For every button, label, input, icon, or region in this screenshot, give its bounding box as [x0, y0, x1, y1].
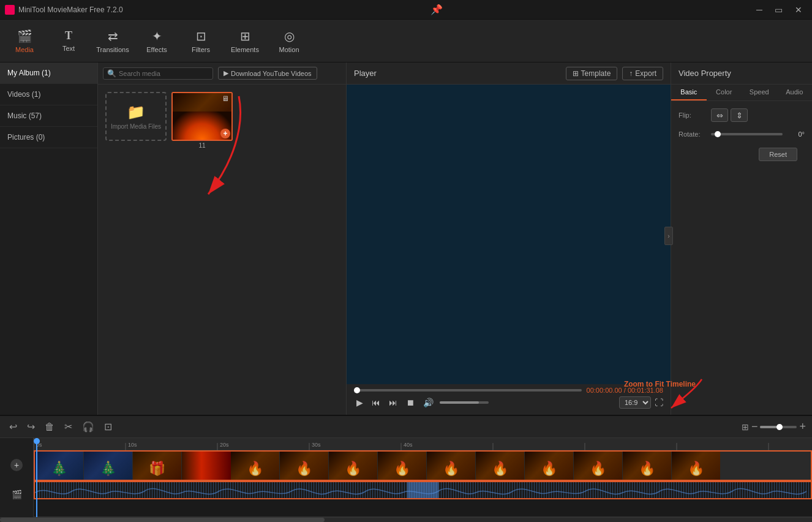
- stop-button[interactable]: ⏹: [404, 396, 417, 409]
- svg-text:40s: 40s: [404, 442, 413, 448]
- zoom-out-button[interactable]: −: [751, 420, 758, 433]
- clip-fire-7[interactable]: 🔥: [525, 452, 574, 481]
- properties-panel: Video Property Basic Color Speed Audio F…: [671, 62, 812, 415]
- clip-fire-10[interactable]: 🔥: [672, 452, 721, 481]
- reset-button[interactable]: Reset: [759, 148, 797, 161]
- clip-transition[interactable]: ⭐: [182, 452, 231, 481]
- cut-button[interactable]: ✂: [61, 420, 75, 434]
- close-button[interactable]: ✕: [790, 4, 807, 16]
- media-thumbnail[interactable]: 🖥 + 11: [171, 92, 233, 149]
- timeline-scroll-thumb[interactable]: [0, 518, 325, 522]
- fire-icon-9: 🔥: [639, 461, 655, 477]
- audio-detach-button[interactable]: 🎧: [79, 420, 97, 434]
- export-button[interactable]: ↑ Export: [622, 67, 663, 80]
- timeline-scrollbar[interactable]: [0, 517, 812, 522]
- collapse-panel-button[interactable]: ›: [664, 227, 673, 245]
- toolbar: 🎬 Media T Text ⇄ Transitions ✦ Effects ⊡…: [0, 20, 812, 62]
- tab-speed[interactable]: Speed: [742, 85, 777, 100]
- toolbar-item-elements[interactable]: ⊞ Elements: [223, 21, 267, 61]
- flip-row: Flip: ⇔ ⇕: [679, 108, 805, 122]
- rotate-value: 0°: [788, 130, 805, 138]
- tab-color[interactable]: Color: [707, 85, 742, 100]
- clip-fire-5[interactable]: 🔥: [427, 452, 476, 481]
- fullscreen-button[interactable]: ⛶: [655, 398, 663, 407]
- clip-fire-2[interactable]: 🔥: [280, 452, 329, 481]
- template-button[interactable]: ⊞ Template: [566, 67, 618, 80]
- clip-fire-4[interactable]: 🔥: [378, 452, 427, 481]
- zoom-thumb[interactable]: [776, 424, 783, 430]
- tab-audio[interactable]: Audio: [777, 85, 813, 100]
- clip-fire-8[interactable]: 🔥: [574, 452, 623, 481]
- step-back-button[interactable]: ⏮: [369, 396, 383, 409]
- timeline-area: Zoom to Fit Timeline ↩ ↪ 🗑 ✂ 🎧 ⊡ ⊞ − +: [0, 415, 812, 522]
- crop-button[interactable]: ⊡: [101, 420, 115, 434]
- audio-track[interactable]: [34, 481, 812, 499]
- redo-button[interactable]: ↪: [24, 420, 38, 434]
- download-youtube-button[interactable]: ▶ Download YouTube Videos: [218, 67, 317, 80]
- volume-button[interactable]: 🔊: [421, 396, 436, 409]
- time-display: 00:00:00.00 / 00:01:31.08: [587, 387, 663, 394]
- toolbar-label-transitions: Transitions: [96, 46, 129, 53]
- play-button[interactable]: ▶: [354, 396, 366, 409]
- playhead-handle[interactable]: [34, 438, 40, 444]
- rotate-slider[interactable]: [711, 133, 783, 135]
- sidebar-item-videos[interactable]: Videos (1): [0, 84, 97, 105]
- tab-basic[interactable]: Basic: [671, 85, 707, 100]
- flip-controls: ⇔ ⇕: [711, 108, 748, 122]
- add-to-timeline-button[interactable]: +: [220, 129, 230, 138]
- toolbar-item-effects[interactable]: ✦ Effects: [135, 21, 179, 61]
- aspect-ratio-select[interactable]: 16:9 4:3 1:1 9:16: [619, 396, 651, 409]
- volume-slider[interactable]: [440, 401, 489, 404]
- video-track[interactable]: 🎄 🎄 🎁 ⭐ 🔥 🔥: [34, 450, 812, 481]
- playhead[interactable]: [36, 438, 37, 517]
- timeline-ruler: 0s 10s 20s 30s 40s: [34, 438, 812, 450]
- delete-button[interactable]: 🗑: [42, 420, 58, 434]
- app-logo: [5, 5, 15, 15]
- minimize-button[interactable]: ─: [751, 4, 768, 16]
- title-bar-left: MiniTool MovieMaker Free 7.2.0: [5, 5, 123, 15]
- toolbar-item-motion[interactable]: ◎ Motion: [267, 21, 311, 61]
- maximize-button[interactable]: ▭: [770, 4, 788, 16]
- screen-icon: 🖥: [222, 94, 229, 103]
- timeline-toolbar: ↩ ↪ 🗑 ✂ 🎧 ⊡ ⊞ − +: [0, 416, 812, 438]
- toolbar-item-filters[interactable]: ⊡ Filters: [179, 21, 223, 61]
- sidebar-item-my-album[interactable]: My Album (1): [0, 62, 97, 84]
- toolbar-item-media[interactable]: 🎬 Media: [2, 21, 47, 61]
- rotate-thumb[interactable]: [715, 131, 721, 137]
- clip-fire-9[interactable]: 🔥: [623, 452, 672, 481]
- zoom-in-button[interactable]: +: [799, 420, 806, 433]
- properties-title: Video Property: [679, 69, 731, 78]
- step-forward-button[interactable]: ⏭: [386, 396, 400, 409]
- search-input[interactable]: [119, 70, 198, 77]
- flip-label: Flip:: [679, 112, 706, 119]
- clip-fire-6[interactable]: 🔥: [476, 452, 525, 481]
- zoom-slider[interactable]: [760, 426, 797, 428]
- clip-fire-3[interactable]: 🔥: [329, 452, 378, 481]
- title-bar-controls: ─ ▭ ✕: [751, 4, 807, 16]
- clip-fire-1[interactable]: 🔥: [231, 452, 280, 481]
- toolbar-item-text[interactable]: T Text: [47, 21, 91, 61]
- media-icon: 🎬: [17, 29, 32, 44]
- text-icon: T: [65, 29, 72, 42]
- video-track-icon[interactable]: 🎬: [12, 490, 22, 499]
- player-controls: 00:00:00.00 / 00:01:31.08 ▶ ⏮ ⏭ ⏹ 🔊 16:9…: [347, 384, 671, 415]
- template-icon: ⊞: [573, 69, 579, 78]
- rotate-slider-container[interactable]: [711, 133, 783, 135]
- undo-button[interactable]: ↩: [6, 420, 20, 434]
- toolbar-item-transitions[interactable]: ⇄ Transitions: [91, 21, 135, 61]
- clip-christmas-1[interactable]: 🎄: [35, 452, 84, 481]
- search-box[interactable]: 🔍: [103, 67, 213, 80]
- progress-thumb[interactable]: [354, 387, 360, 393]
- flip-horizontal-button[interactable]: ⇔: [711, 108, 728, 122]
- import-media-button[interactable]: 📁 Import Media Files: [105, 92, 167, 141]
- clip-xmas-brown[interactable]: 🎁: [133, 452, 182, 481]
- current-time: 00:00:00.00: [587, 387, 622, 394]
- flip-vertical-button[interactable]: ⇕: [731, 108, 748, 122]
- clip-christmas-2[interactable]: 🎄: [84, 452, 133, 481]
- sidebar-item-music[interactable]: Music (57): [0, 105, 97, 127]
- main-area: My Album (1) Videos (1) Music (57) Pictu…: [0, 62, 812, 415]
- add-track-button[interactable]: +: [10, 459, 23, 471]
- christmas-text-2: 🎄: [100, 461, 116, 477]
- progress-bar[interactable]: [354, 389, 582, 392]
- sidebar-item-pictures[interactable]: Pictures (0): [0, 127, 97, 148]
